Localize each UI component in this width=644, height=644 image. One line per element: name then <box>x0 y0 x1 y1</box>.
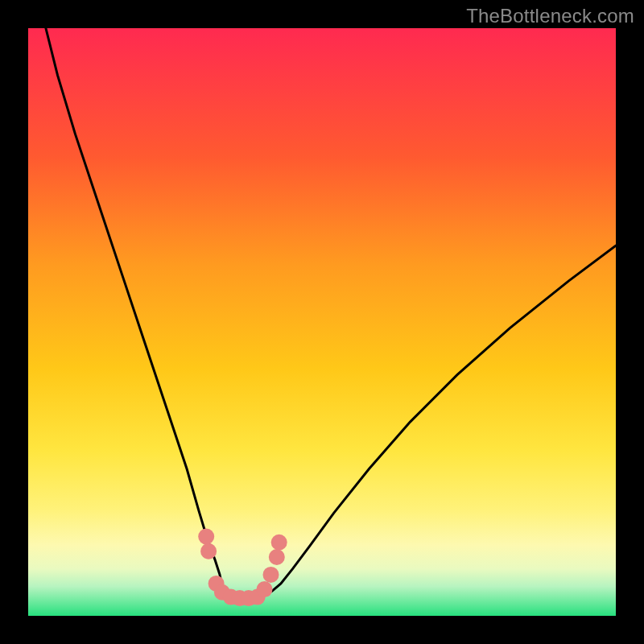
data-point <box>271 535 287 551</box>
data-point <box>257 581 273 597</box>
chart-frame: TheBottleneck.com <box>0 0 644 644</box>
data-point <box>200 543 217 559</box>
data-point <box>269 549 285 565</box>
data-point <box>263 567 279 583</box>
watermark-text: TheBottleneck.com <box>466 5 634 27</box>
bottleneck-chart <box>28 28 616 616</box>
plot-area <box>28 28 616 616</box>
data-point <box>198 529 214 545</box>
